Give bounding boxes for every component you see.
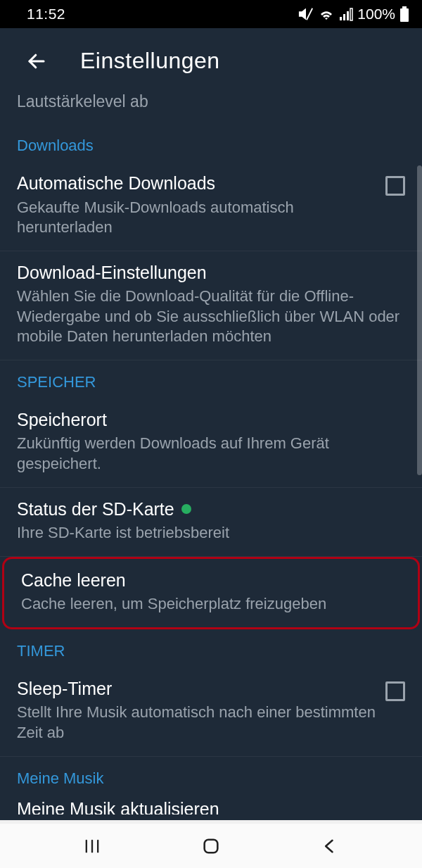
section-header-storage: SPEICHER bbox=[0, 360, 422, 398]
home-icon bbox=[201, 836, 221, 856]
row-subtitle: Cache leeren, um Speicherplatz freizugeb… bbox=[21, 594, 401, 615]
android-status-bar: 11:52 100% bbox=[0, 0, 422, 28]
svg-rect-4 bbox=[350, 8, 352, 20]
row-title: Download-Einstellungen bbox=[17, 261, 405, 284]
home-button[interactable] bbox=[201, 836, 221, 856]
row-sleep-timer[interactable]: Sleep-Timer Stellt Ihre Musik automatisc… bbox=[0, 667, 422, 757]
app-header: Einstellungen bbox=[0, 28, 422, 92]
row-title: Automatische Downloads bbox=[17, 172, 376, 195]
signal-icon bbox=[339, 7, 353, 21]
truncated-previous-item: Lautstärkelevel ab bbox=[0, 92, 422, 124]
back-button[interactable] bbox=[24, 49, 49, 74]
recents-icon bbox=[82, 836, 102, 856]
row-subtitle: Ihre SD-Karte ist betriebsbereit bbox=[17, 523, 405, 543]
svg-rect-3 bbox=[347, 11, 349, 20]
svg-rect-6 bbox=[402, 6, 407, 8]
page-title: Einstellungen bbox=[80, 48, 220, 74]
status-dot-icon bbox=[181, 504, 191, 514]
status-indicators: 100% bbox=[298, 6, 409, 23]
svg-rect-1 bbox=[340, 17, 342, 20]
row-title: Speicherort bbox=[17, 408, 405, 432]
svg-rect-2 bbox=[343, 14, 345, 20]
section-header-downloads: Downloads bbox=[0, 124, 422, 162]
status-time: 11:52 bbox=[27, 6, 65, 23]
mute-icon bbox=[298, 6, 314, 22]
row-storage-location[interactable]: Speicherort Zukünftig werden Downloads a… bbox=[0, 398, 422, 488]
highlighted-cache-row: Cache leeren Cache leeren, um Speicherpl… bbox=[2, 557, 420, 629]
android-back-button[interactable] bbox=[320, 836, 340, 856]
section-header-mymusic: Meine Musik bbox=[0, 757, 422, 795]
row-download-settings[interactable]: Download-Einstellungen Wählen Sie die Do… bbox=[0, 251, 422, 360]
row-subtitle: Gekaufte Musik-Downloads automatisch her… bbox=[17, 198, 376, 238]
settings-scroll-area[interactable]: Lautstärkelevel ab Downloads Automatisch… bbox=[0, 92, 422, 820]
wifi-icon bbox=[318, 6, 335, 22]
scrollbar-thumb[interactable] bbox=[417, 165, 422, 475]
row-subtitle: Stellt Ihre Musik automatisch nach einer… bbox=[17, 703, 376, 743]
row-subtitle: Zukünftig werden Downloads auf Ihrem Ger… bbox=[17, 434, 405, 474]
svg-rect-5 bbox=[400, 8, 409, 22]
checkbox-auto-downloads[interactable] bbox=[385, 176, 405, 196]
svg-line-0 bbox=[307, 8, 312, 20]
chevron-left-icon bbox=[320, 836, 340, 856]
row-auto-downloads[interactable]: Automatische Downloads Gekaufte Musik-Do… bbox=[0, 162, 422, 251]
android-nav-bar bbox=[0, 820, 422, 868]
recents-button[interactable] bbox=[82, 836, 102, 856]
row-title: Status der SD-Karte bbox=[17, 498, 405, 521]
battery-percent: 100% bbox=[357, 6, 395, 23]
truncated-next-item: Meine Musik aktualisieren bbox=[0, 795, 422, 814]
section-header-timer: TIMER bbox=[0, 629, 422, 667]
checkbox-sleep-timer[interactable] bbox=[385, 681, 405, 701]
sd-status-label: Status der SD-Karte bbox=[17, 498, 174, 521]
row-clear-cache[interactable]: Cache leeren Cache leeren, um Speicherpl… bbox=[4, 559, 418, 627]
svg-rect-11 bbox=[205, 839, 218, 853]
row-title: Sleep-Timer bbox=[17, 677, 376, 700]
row-title: Cache leeren bbox=[21, 569, 401, 592]
row-subtitle: Wählen Sie die Download-Qualität für die… bbox=[17, 287, 405, 347]
row-sd-status[interactable]: Status der SD-Karte Ihre SD-Karte ist be… bbox=[0, 488, 422, 557]
battery-icon bbox=[399, 6, 409, 22]
arrow-left-icon bbox=[26, 51, 47, 72]
